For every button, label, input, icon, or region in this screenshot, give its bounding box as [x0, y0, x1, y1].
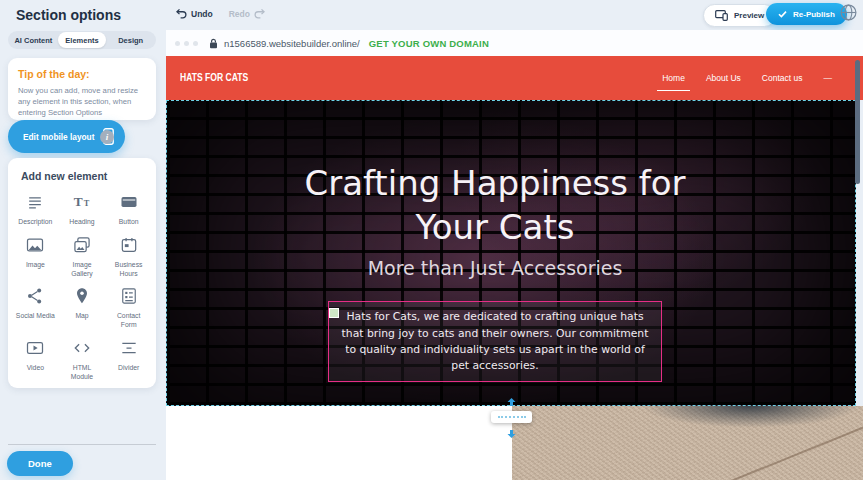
element-label: Description — [15, 218, 56, 227]
browser-dot — [175, 41, 180, 46]
element-label: Heading — [62, 218, 103, 227]
element-label: Divider — [108, 364, 149, 373]
element-label: Button — [108, 218, 149, 227]
site-nav: Home About Us Contact us — — [662, 56, 832, 100]
site-logo[interactable]: HATS FOR CATS — [180, 71, 248, 83]
section-resize-handle[interactable] — [491, 392, 532, 442]
done-button[interactable]: Done — [7, 451, 73, 476]
divider-icon — [119, 338, 139, 358]
language-button[interactable] — [840, 4, 857, 25]
element-label: Image — [15, 261, 56, 270]
pavement-seam — [666, 419, 863, 480]
element-social-media[interactable]: Social Media — [12, 280, 59, 332]
tab-label: Design — [118, 36, 143, 45]
site-url: n1566589.websitebuilder.online/ — [224, 38, 360, 49]
info-glyph: i — [106, 132, 109, 142]
tip-of-the-day-card: Tip of the day: Now you can add, move an… — [8, 58, 156, 120]
element-product-gallery[interactable]: % SHOP Product Gallery — [12, 384, 59, 388]
preview-label: Preview — [734, 11, 764, 20]
tab-elements[interactable]: Elements — [58, 32, 107, 48]
page-title: Section options — [16, 7, 121, 23]
resize-grip[interactable] — [491, 411, 532, 423]
svg-text:T: T — [84, 199, 90, 208]
element-heading[interactable]: T T Heading — [59, 186, 106, 229]
element-business-hours[interactable]: Business Hours — [105, 229, 152, 281]
undo-label: Undo — [191, 9, 213, 19]
video-icon — [25, 338, 45, 358]
check-icon — [778, 10, 787, 18]
devices-icon — [715, 10, 728, 21]
image-icon — [25, 235, 45, 255]
hero-subheading[interactable]: More than Just Accessories — [167, 257, 823, 279]
tab-design[interactable]: Design — [106, 32, 155, 48]
browser-dots — [175, 41, 198, 46]
element-button[interactable]: Button — [105, 186, 152, 229]
element-label: HTML Module — [62, 364, 103, 382]
redo-icon — [254, 8, 265, 19]
element-grid: Description T T Heading Button — [12, 186, 152, 388]
nav-more[interactable]: — — [824, 73, 833, 83]
element-label: Video — [15, 364, 56, 373]
element-html-module[interactable]: HTML Module — [59, 332, 106, 384]
element-divider[interactable]: Divider — [105, 332, 152, 384]
element-contact-form[interactable]: Contact Form — [105, 280, 152, 332]
browser-dot — [193, 41, 198, 46]
image-gallery-icon — [72, 235, 92, 255]
element-label: Business Hours — [108, 261, 149, 279]
republish-button[interactable]: Re-Publish — [766, 3, 847, 25]
element-video[interactable]: Video — [12, 332, 59, 384]
add-new-element-panel: Add new element Description T T Heading — [8, 158, 156, 388]
arrow-up-icon — [507, 398, 516, 406]
pavement-photo — [512, 406, 863, 480]
sidebar-divider — [8, 444, 156, 445]
social-media-icon — [25, 286, 45, 306]
map-icon — [72, 286, 92, 306]
contact-form-icon — [119, 286, 139, 306]
nav-about-us[interactable]: About Us — [706, 73, 741, 83]
redo-label: Redo — [229, 9, 250, 19]
globe-icon — [840, 4, 857, 21]
nav-home[interactable]: Home — [662, 73, 685, 83]
edit-mobile-label: Edit mobile layout — [23, 132, 94, 142]
element-image[interactable]: Image — [12, 229, 59, 281]
hero-content: Crafting Happiness for Your Cats More th… — [167, 101, 823, 405]
undo-icon — [176, 8, 187, 19]
hero-heading[interactable]: Crafting Happiness for Your Cats — [280, 161, 710, 249]
info-icon[interactable]: i — [100, 130, 114, 144]
browser-bar: n1566589.websitebuilder.online/ GET YOUR… — [166, 30, 863, 56]
svg-text:T: T — [74, 194, 83, 209]
sidebar-tab-bar: AI Content Elements Design — [8, 31, 156, 49]
site-header: HATS FOR CATS Home About Us Contact us — — [166, 56, 863, 100]
app-window: Section options Undo Redo Preview Re- — [0, 0, 863, 480]
element-label: Contact Form — [108, 312, 149, 330]
tab-label: Elements — [65, 36, 98, 45]
selection-handle[interactable] — [329, 308, 339, 318]
browser-dot — [184, 41, 189, 46]
tip-body: Now you can add, move and resize any ele… — [18, 85, 146, 118]
business-hours-icon — [119, 235, 139, 255]
element-image-gallery[interactable]: Image Gallery — [59, 229, 106, 281]
hero-text-element-selected[interactable]: Hats for Cats, we are dedicated to craft… — [328, 301, 662, 382]
add-element-title: Add new element — [21, 170, 152, 182]
undo-button[interactable]: Undo — [176, 8, 213, 19]
redo-button[interactable]: Redo — [229, 8, 265, 19]
tip-title: Tip of the day: — [18, 68, 146, 80]
element-map[interactable]: Map — [59, 280, 106, 332]
hero-section-selected[interactable]: Crafting Happiness for Your Cats More th… — [166, 100, 856, 406]
html-module-icon — [72, 338, 92, 358]
element-label: Social Media — [15, 312, 56, 321]
tab-label: AI Content — [14, 36, 52, 45]
done-label: Done — [28, 458, 52, 469]
nav-contact-us[interactable]: Contact us — [762, 73, 803, 83]
get-domain-link[interactable]: GET YOUR OWN DOMAIN — [369, 38, 489, 49]
lock-icon — [209, 38, 218, 49]
history-controls: Undo Redo — [176, 8, 265, 19]
arrow-down-icon — [507, 430, 516, 438]
hero-paragraph: Hats for Cats, we are dedicated to craft… — [342, 310, 649, 372]
preview-scrollbar[interactable] — [855, 60, 860, 184]
heading-icon: T T — [72, 192, 92, 212]
element-description[interactable]: Description — [12, 186, 59, 229]
republish-label: Re-Publish — [793, 10, 835, 19]
tab-ai-content[interactable]: AI Content — [9, 32, 58, 48]
grip-dots-icon — [498, 416, 526, 418]
